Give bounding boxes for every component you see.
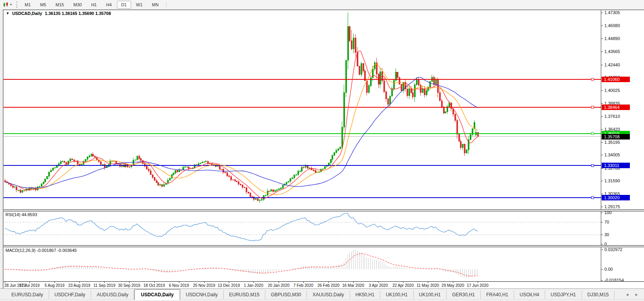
- chart-tab-uk100-h1[interactable]: UK100,H1: [414, 290, 447, 299]
- date-tick-mark: [353, 282, 354, 283]
- rsi-axis[interactable]: 10070300: [601, 211, 644, 245]
- macd-label: MACD(12,26,9) -0.001867 -0.003645: [5, 248, 77, 253]
- timeframe-button-d1[interactable]: D1: [117, 1, 131, 9]
- chart-tab-eurusd-daily[interactable]: EURUSD,Daily: [6, 290, 49, 299]
- axis-tick-mark: [601, 280, 603, 281]
- axis-tick-mark: [601, 207, 603, 207]
- date-tick-mark: [129, 282, 130, 283]
- axis-tick-mark: [601, 65, 603, 65]
- date-tick-mark: [5, 282, 5, 283]
- macd-signal-line: [5, 254, 478, 276]
- macd-canvas[interactable]: [4, 247, 601, 281]
- axis-tick-mark: [601, 13, 603, 13]
- chart-tab-usdcad-daily[interactable]: USDCAD,Daily: [134, 289, 180, 300]
- timeframe-button-h1[interactable]: H1: [87, 1, 101, 9]
- date-tick-mark: [403, 282, 403, 283]
- rsi-line: [5, 213, 478, 241]
- chart-tab-eurusd-m15[interactable]: EURUSD,M15: [224, 290, 265, 299]
- date-tick-mark: [79, 282, 80, 283]
- date-tick-mark: [453, 282, 453, 283]
- axis-tick-mark: [601, 213, 603, 213]
- axis-tick-label: 1.46080: [604, 23, 620, 28]
- timeframe-button-m5[interactable]: M5: [36, 1, 50, 9]
- chart-tab-xauusd-daily[interactable]: XAUUSD,Daily: [307, 290, 350, 299]
- date-label: 11 May 2020: [416, 283, 439, 288]
- axis-tick-mark: [601, 194, 603, 194]
- date-label: 6 Nov 2019: [169, 283, 189, 288]
- date-label: 20 Jan 2020: [268, 283, 289, 288]
- timeframe-button-m30[interactable]: M30: [69, 1, 86, 9]
- chart-tool-button[interactable]: ▾: [1, 1, 14, 9]
- date-label: 30 Sep 2019: [118, 283, 140, 288]
- timeframe-buttons: M1M5M15M30H1H4D1W1MN: [20, 1, 163, 9]
- date-tick-mark: [154, 282, 155, 283]
- chart-tab-usdcnh-daily[interactable]: USDCNH,Daily: [180, 290, 223, 299]
- price-badge: 1.30020: [602, 195, 630, 200]
- tab-scroll-right-icon[interactable]: ►: [635, 292, 639, 297]
- axis-tick-mark: [601, 90, 603, 91]
- line-handle[interactable]: [591, 78, 594, 81]
- price-pane: 1.473051.460801.448901.436651.424401.412…: [4, 10, 644, 209]
- date-tick-mark: [279, 282, 279, 283]
- symbol-period-label: USDCAD,Daily: [12, 11, 42, 16]
- chart-tab-audusd-daily[interactable]: AUDUSD,Daily: [91, 290, 134, 299]
- axis-tick-mark: [601, 168, 603, 169]
- chart-tab-ger30-h1[interactable]: GER30,H1: [447, 290, 481, 299]
- date-tick-mark: [478, 282, 478, 283]
- date-label: 5 Aug 2019: [45, 283, 65, 288]
- line-handle[interactable]: [591, 106, 594, 108]
- date-tick-mark: [254, 282, 254, 283]
- rsi-pane: RSI(14) 44.8593 10070300: [4, 211, 644, 245]
- date-tick-mark: [179, 282, 179, 283]
- chart-tab-dj30-m15[interactable]: DJ30,M15: [582, 290, 615, 299]
- date-label: 13 Dec 2019: [218, 283, 240, 288]
- chart-tab-hk50-h1[interactable]: HK50,H1: [350, 290, 381, 299]
- axis-tick-mark: [601, 51, 603, 52]
- date-label: 26 Feb 2020: [317, 283, 339, 288]
- chart-tab-uk100-h1[interactable]: UK100,H1: [380, 290, 413, 299]
- toolbar-grip[interactable]: [16, 2, 17, 8]
- axis-tick-mark: [601, 181, 603, 181]
- date-label: 17 Jun 2020: [467, 283, 488, 288]
- chart-tab-gbpusd-m30[interactable]: GBPUSD,M30: [265, 290, 307, 299]
- timeframe-button-w1[interactable]: W1: [132, 1, 147, 9]
- chevron-down-icon: ▾: [10, 3, 12, 6]
- axis-tick-mark: [601, 39, 603, 39]
- date-axis[interactable]: 28 Jun 201917 Jul 20195 Aug 201923 Aug 2…: [4, 281, 644, 289]
- axis-tick-mark: [601, 26, 603, 26]
- window-menu-icon[interactable]: ▼: [6, 11, 9, 15]
- price-axis[interactable]: 1.473051.460801.448901.436651.424401.412…: [601, 10, 644, 209]
- timeframe-button-m15[interactable]: M15: [51, 1, 68, 9]
- axis-tick-label: 1.47305: [604, 10, 620, 15]
- chart-tab-usdchf-daily[interactable]: USDCHF,Daily: [49, 290, 91, 299]
- macd-axis[interactable]: 0.0329720.00-0.018154: [601, 247, 644, 281]
- rsi-canvas[interactable]: [4, 211, 601, 245]
- axis-tick-mark: [601, 155, 603, 155]
- date-label: 1 Jan 2020: [244, 283, 263, 288]
- axis-tick-label: 1.31590: [604, 178, 620, 184]
- date-tick-mark: [303, 282, 304, 283]
- price-badge: 1.35708: [602, 134, 630, 139]
- timeframe-button-h4[interactable]: H4: [102, 1, 116, 9]
- date-label: 16 Mar 2020: [342, 283, 364, 288]
- tab-scroll-left-icon[interactable]: ◄: [625, 292, 629, 297]
- timeframe-button-mn[interactable]: MN: [148, 1, 163, 9]
- date-label: 29 May 2020: [441, 283, 464, 288]
- chart-tab-bar: EURUSD,DailyUSDCHF,DailyAUDUSD,DailyUSDC…: [0, 288, 644, 300]
- axis-tick-mark: [601, 222, 603, 222]
- price-chart-canvas[interactable]: [4, 10, 601, 209]
- axis-tick-mark: [601, 142, 603, 143]
- timeframe-button-m1[interactable]: M1: [20, 1, 35, 9]
- date-label: 25 Nov 2019: [193, 283, 215, 288]
- axis-tick-mark: [601, 103, 603, 104]
- axis-tick-mark: [601, 235, 603, 235]
- chart-tab-usdjpy-h1[interactable]: USDJPY,H1: [545, 290, 582, 299]
- axis-tick-label: 0.00: [604, 267, 613, 272]
- date-tick-mark: [428, 282, 428, 283]
- line-handle[interactable]: [591, 196, 594, 199]
- line-handle[interactable]: [591, 132, 594, 135]
- chart-tab-usoil-h4[interactable]: USOil,H4: [514, 290, 545, 299]
- chart-tab-fra40-h1[interactable]: FRA40,H1: [481, 290, 514, 299]
- date-label: 17 Jul 2019: [19, 283, 40, 288]
- line-handle[interactable]: [591, 164, 594, 167]
